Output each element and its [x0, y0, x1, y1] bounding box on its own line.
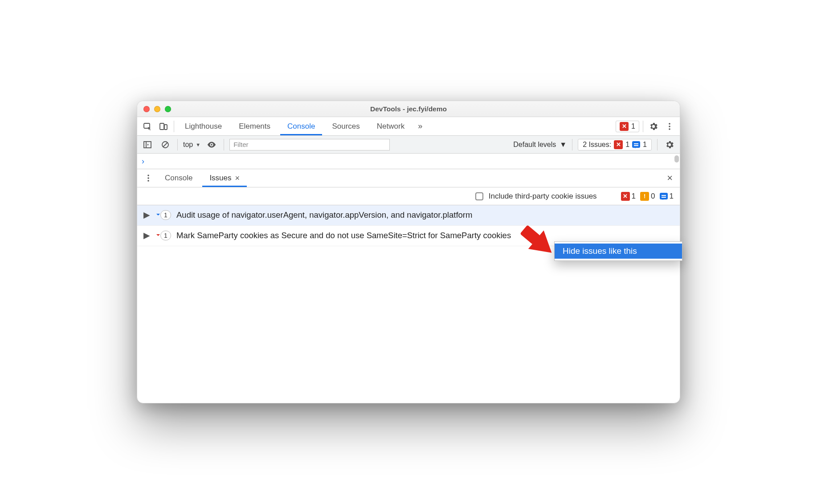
log-level-selector[interactable]: Default levels ▼ — [513, 141, 567, 149]
issues-severity-counts: ✕ 1 ! 0 1 — [621, 192, 674, 201]
svg-point-14 — [147, 180, 149, 182]
console-sidebar-toggle-icon[interactable] — [141, 138, 154, 151]
issue-title: Audit usage of navigator.userAgent, navi… — [176, 210, 674, 221]
svg-point-4 — [669, 126, 670, 127]
drawer-tab-console[interactable]: Console — [158, 169, 200, 187]
chevron-down-icon: ▼ — [560, 141, 567, 149]
close-tab-icon[interactable]: × — [235, 174, 240, 183]
context-menu-item-hide[interactable]: Hide issues like this — [555, 244, 682, 259]
error-icon: ✕ — [614, 140, 623, 149]
include-third-party-label: Include third-party cookie issues — [489, 192, 597, 201]
console-filter-bar: top ▼ Default levels ▼ 2 Issues: ✕ 1 1 — [137, 136, 680, 154]
window-title: DevTools - jec.fyi/demo — [137, 105, 680, 113]
svg-point-13 — [147, 177, 149, 179]
issue-row[interactable]: ▶ 1 Audit usage of navigator.userAgent, … — [137, 205, 680, 226]
warning-icon: ! — [640, 192, 649, 201]
severity-error[interactable]: ✕ 1 — [621, 192, 636, 201]
tab-sources[interactable]: Sources — [325, 117, 367, 135]
inspect-element-icon[interactable] — [141, 120, 154, 133]
device-toolbar-icon[interactable] — [157, 120, 170, 133]
settings-gear-icon[interactable] — [647, 120, 660, 133]
panel-tabstrip: Lighthouse Elements Console Sources Netw… — [137, 117, 680, 136]
error-count: 1 — [631, 122, 635, 130]
info-icon — [660, 193, 668, 199]
svg-marker-8 — [147, 144, 149, 146]
execution-context-selector[interactable]: top ▼ — [183, 141, 200, 149]
minimize-window-button[interactable] — [154, 106, 160, 112]
titlebar: DevTools - jec.fyi/demo — [137, 101, 680, 117]
include-third-party-checkbox[interactable] — [475, 192, 483, 200]
drawer-tab-issues[interactable]: Issues × — [202, 169, 247, 187]
svg-point-11 — [211, 144, 212, 146]
error-icon: ✕ — [621, 192, 630, 201]
tabs-overflow-button[interactable]: » — [414, 122, 426, 131]
disclosure-triangle-icon[interactable]: ▶ — [143, 231, 150, 240]
tab-elements[interactable]: Elements — [232, 117, 278, 135]
svg-point-12 — [147, 175, 149, 176]
svg-rect-1 — [160, 123, 164, 130]
tab-lighthouse[interactable]: Lighthouse — [178, 117, 229, 135]
error-count-badge[interactable]: ✕ 1 — [616, 121, 639, 132]
error-icon: ✕ — [620, 122, 629, 131]
drawer-header: Console Issues × × — [137, 169, 680, 187]
issue-title: Mark SameParty cookies as Secure and do … — [176, 230, 674, 241]
console-prompt[interactable]: › — [137, 154, 680, 169]
tab-network[interactable]: Network — [370, 117, 412, 135]
tab-console[interactable]: Console — [280, 117, 322, 135]
window-controls — [143, 106, 171, 112]
svg-point-3 — [669, 123, 670, 125]
live-expression-icon[interactable] — [205, 138, 218, 151]
drawer-more-icon[interactable] — [142, 171, 155, 185]
chevron-down-icon: ▼ — [196, 142, 200, 147]
severity-info[interactable]: 1 — [660, 192, 674, 201]
maximize-window-button[interactable] — [165, 106, 171, 112]
more-menu-icon[interactable] — [663, 120, 676, 133]
issue-count-pill: 1 — [160, 210, 171, 220]
svg-rect-2 — [164, 125, 167, 130]
console-settings-gear-icon[interactable] — [663, 138, 676, 151]
console-filter-input[interactable] — [229, 139, 390, 150]
devtools-window: DevTools - jec.fyi/demo Lighthouse Eleme… — [137, 101, 680, 403]
svg-point-5 — [669, 128, 670, 130]
issue-count-pill: 1 — [160, 231, 171, 240]
issues-toolbar: Include third-party cookie issues ✕ 1 ! … — [137, 187, 680, 205]
issue-context-menu: Hide issues like this — [554, 241, 682, 261]
close-window-button[interactable] — [143, 106, 150, 112]
severity-warning[interactable]: ! 0 — [640, 192, 655, 201]
prompt-chevron-icon: › — [142, 157, 144, 166]
svg-line-10 — [163, 142, 167, 147]
drawer-close-button[interactable]: × — [664, 172, 675, 184]
scrollbar-indicator[interactable] — [674, 155, 679, 163]
issues-summary-button[interactable]: 2 Issues: ✕ 1 1 — [578, 139, 652, 150]
info-icon — [632, 141, 640, 148]
disclosure-triangle-icon[interactable]: ▶ — [143, 210, 150, 220]
clear-console-icon[interactable] — [159, 138, 172, 151]
